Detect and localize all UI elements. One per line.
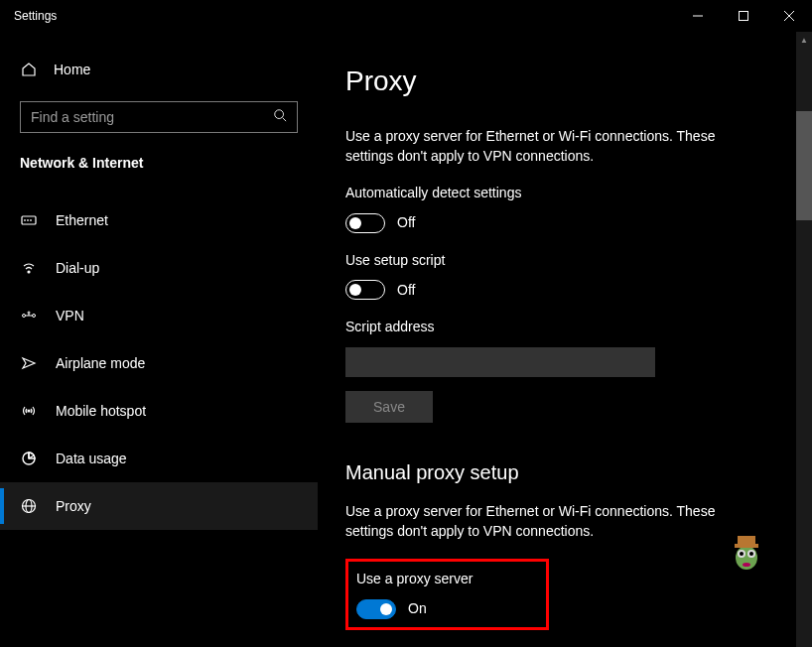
sidebar: Home Network & Internet Ethernet Dial-up (0, 32, 318, 647)
titlebar: Settings (0, 0, 812, 32)
home-label: Home (54, 62, 90, 77)
vpn-icon (20, 308, 38, 324)
auto-detect-state: Off (397, 213, 415, 233)
scroll-up-icon[interactable]: ▲ (796, 32, 812, 48)
svg-point-27 (749, 552, 753, 556)
svg-point-4 (275, 110, 284, 119)
auto-detect-toggle[interactable] (345, 213, 385, 233)
manual-proxy-description: Use a proxy server for Ethernet or Wi-Fi… (345, 502, 762, 541)
sidebar-item-dialup[interactable]: Dial-up (0, 244, 318, 292)
sidebar-item-label: Airplane mode (56, 355, 145, 371)
save-button[interactable]: Save (345, 391, 433, 423)
sidebar-item-airplane[interactable]: Airplane mode (0, 339, 318, 387)
home-icon (20, 62, 38, 77)
hotspot-icon (20, 403, 38, 419)
use-script-toggle[interactable] (345, 280, 385, 300)
category-header: Network & Internet (0, 155, 318, 196)
airplane-icon (20, 355, 38, 371)
use-script-label: Use setup script (345, 251, 790, 271)
search-input[interactable] (31, 109, 273, 125)
scrollbar[interactable]: ▲ (796, 32, 812, 647)
sidebar-item-label: Proxy (56, 498, 91, 514)
data-usage-icon (20, 451, 38, 466)
svg-point-26 (740, 552, 744, 556)
use-proxy-label: Use a proxy server (356, 570, 473, 589)
close-button[interactable] (766, 0, 812, 32)
sidebar-item-label: VPN (56, 308, 84, 324)
home-link[interactable]: Home (0, 52, 318, 87)
ethernet-icon (20, 212, 38, 228)
sidebar-item-label: Data usage (56, 451, 127, 466)
maximize-icon (739, 11, 748, 21)
use-proxy-state: On (408, 599, 427, 619)
scrollbar-thumb[interactable] (796, 111, 812, 220)
svg-point-10 (28, 271, 30, 273)
minimize-button[interactable] (675, 0, 721, 32)
watermark-character-icon (729, 530, 764, 574)
maximize-button[interactable] (721, 0, 766, 32)
sidebar-item-label: Dial-up (56, 260, 99, 276)
sidebar-item-vpn[interactable]: VPN (0, 292, 318, 339)
use-script-state: Off (397, 281, 415, 301)
window-title: Settings (14, 9, 57, 23)
svg-rect-1 (740, 12, 748, 21)
globe-icon (20, 498, 38, 514)
sidebar-item-label: Mobile hotspot (56, 403, 146, 419)
dialup-icon (20, 260, 38, 276)
script-address-input[interactable] (345, 347, 655, 377)
svg-point-12 (33, 315, 36, 318)
svg-point-16 (28, 410, 30, 412)
svg-point-11 (23, 315, 26, 318)
sidebar-item-ethernet[interactable]: Ethernet (0, 196, 318, 244)
search-icon (273, 108, 287, 126)
sidebar-item-hotspot[interactable]: Mobile hotspot (0, 387, 318, 435)
auto-detect-label: Automatically detect settings (345, 184, 790, 203)
sidebar-item-data[interactable]: Data usage (0, 435, 318, 482)
search-box[interactable] (20, 101, 298, 133)
svg-point-30 (743, 563, 750, 567)
page-title: Proxy (345, 65, 790, 97)
auto-proxy-description: Use a proxy server for Ethernet or Wi-Fi… (345, 127, 762, 166)
window-controls (675, 0, 812, 32)
svg-line-5 (283, 118, 287, 122)
svg-point-14 (28, 312, 30, 314)
svg-rect-6 (22, 216, 36, 224)
manual-setup-header: Manual proxy setup (345, 458, 790, 486)
use-proxy-toggle[interactable] (356, 599, 396, 619)
sidebar-item-proxy[interactable]: Proxy (0, 482, 318, 530)
svg-rect-29 (735, 544, 758, 548)
sidebar-item-label: Ethernet (56, 212, 108, 228)
script-address-label: Script address (345, 318, 790, 337)
highlight-annotation: Use a proxy server On (345, 559, 549, 630)
close-icon (784, 11, 794, 21)
content-area: Proxy Use a proxy server for Ethernet or… (318, 32, 812, 647)
minimize-icon (693, 11, 703, 21)
